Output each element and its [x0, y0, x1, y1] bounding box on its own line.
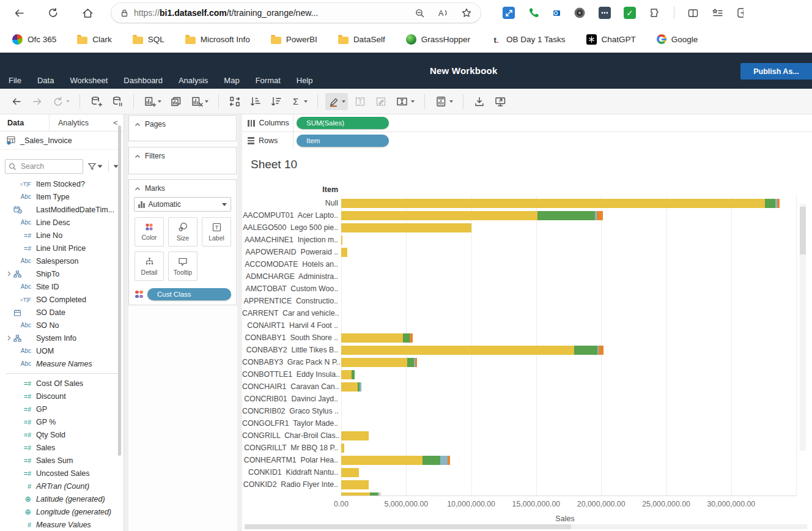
pause-updates-icon[interactable]	[109, 93, 126, 110]
bar-segment-yellow[interactable]	[341, 223, 471, 232]
bar-segment-green[interactable]	[423, 456, 440, 465]
field-cost-of-sales[interactable]: =#Cost Of Sales	[0, 377, 124, 390]
bookmark-ofc-365[interactable]: Ofc 365	[12, 34, 56, 45]
chart-row[interactable]: CONBABY2 Little Tikes B..	[242, 344, 811, 356]
field-latitude-generated-[interactable]: ⊕Latitude (generated)	[0, 492, 124, 505]
refresh-icon[interactable]	[45, 5, 61, 21]
favorite-star-icon[interactable]	[461, 7, 472, 18]
bookmark-ob-day-1-tasks[interactable]: t.OB Day 1 Tasks	[491, 34, 566, 45]
row-label[interactable]: APPRENTICE Constructio..	[242, 297, 338, 305]
bar-segment-green[interactable]	[407, 358, 414, 367]
pill-item[interactable]: Item	[297, 135, 389, 147]
bookmark-chatgpt[interactable]: ChatGPT	[586, 34, 636, 45]
lock-icon[interactable]	[120, 9, 129, 18]
puzzle-icon[interactable]	[649, 7, 661, 19]
mark-button-color[interactable]: Color	[135, 217, 164, 247]
datasource-row[interactable]: _Sales_Invoice	[0, 132, 124, 150]
bar-segment-yellow[interactable]	[341, 248, 347, 257]
field-so-completed[interactable]: =T|FSO Completed	[0, 293, 124, 306]
bar-segment-yellow[interactable]	[341, 370, 352, 379]
row-label[interactable]: CONHEARTM1 Polar Hea..	[242, 456, 338, 464]
chart-row[interactable]: CONKID2 Radio Flyer Inte..	[242, 478, 811, 491]
field-discount[interactable]: =#Discount	[0, 390, 124, 403]
row-label[interactable]: CARRENT Car and vehicle..	[242, 309, 338, 317]
download-icon[interactable]	[471, 93, 488, 110]
field-line-no[interactable]: =#Line No	[0, 229, 124, 242]
menu-file[interactable]: File	[9, 76, 21, 85]
row-label[interactable]: CONBOTTLE1 Eddy Insula..	[242, 370, 338, 379]
chart-row[interactable]: CONKID1 Kiddraft Nantu..	[242, 466, 811, 478]
bookmark-clark[interactable]: Clark	[77, 35, 112, 44]
check-ext-icon[interactable]: ✓	[624, 7, 636, 19]
field-so-date[interactable]: SO Date	[0, 306, 124, 319]
x-axis-title[interactable]: Sales	[528, 514, 602, 523]
chart-row[interactable]: CONGOLFR1 Taylor Made..	[242, 417, 811, 429]
bar-segment-yellow[interactable]	[341, 199, 765, 208]
bar-segment-orange[interactable]	[597, 211, 603, 220]
bar-segment-lightblue[interactable]	[440, 456, 448, 465]
clipped-tab-icon[interactable]	[736, 7, 744, 19]
row-label[interactable]: AACOMPUT01 Acer Lapto..	[242, 211, 338, 220]
row-label[interactable]: CONBABY1 South Shore ..	[242, 333, 338, 342]
split-screen-icon[interactable]	[687, 7, 699, 19]
bar-segment-yellow[interactable]	[341, 382, 358, 392]
new-datasource-icon[interactable]	[87, 93, 105, 110]
bar-segment-yellow[interactable]	[341, 236, 342, 245]
outlook-ext-icon[interactable]	[553, 9, 561, 17]
totals-icon[interactable]: Σ	[289, 93, 310, 110]
field-gp-[interactable]: =#GP %	[0, 415, 124, 428]
mark-button-size[interactable]: Size	[168, 217, 197, 247]
menu-analysis[interactable]: Analysis	[179, 76, 208, 85]
bar-segment-green[interactable]	[574, 346, 597, 355]
collapse-panel-button[interactable]: <	[108, 118, 124, 127]
field-list-scrollbar[interactable]	[118, 125, 121, 456]
field-system-info[interactable]: System Info	[0, 332, 124, 344]
row-label[interactable]: CONCHAIR1 Caravan Can..	[242, 382, 338, 391]
chart-row[interactable]: Null	[242, 197, 811, 209]
menu-data[interactable]: Data	[37, 76, 54, 85]
chart-row[interactable]: CONGRILL Char-Broil Clas..	[242, 429, 811, 442]
show-me-icon[interactable]	[432, 93, 456, 110]
row-label[interactable]: CONCRIB01 Davinci Jayd..	[242, 395, 338, 403]
collapse-chevron-icon[interactable]	[135, 154, 141, 158]
field-sales[interactable]: =#Sales	[0, 441, 124, 454]
scrollbar-thumb[interactable]	[800, 207, 806, 254]
chart-row[interactable]: AACOMPUT01 Acer Lapto..	[242, 209, 811, 221]
row-label[interactable]: CONAIRT1 Harvil 4 Foot ..	[242, 321, 338, 330]
shutter-ext-icon[interactable]	[574, 7, 586, 19]
swap-icon[interactable]	[226, 93, 243, 110]
row-label[interactable]: AAPOWERAID Poweraid ..	[242, 248, 338, 256]
bar-segment-yellow[interactable]	[341, 358, 407, 367]
row-label[interactable]: ACCOMODATE Hotels an..	[242, 260, 338, 269]
bar-segment-green[interactable]	[537, 211, 595, 220]
bar-segment-yellow[interactable]	[341, 468, 359, 477]
url-text[interactable]: https://bi1.dataself.com/t/training_oran…	[134, 8, 318, 18]
chart-row[interactable]: CONCRIB02 Graco Stylus ..	[242, 405, 811, 417]
bar-segment-yellow[interactable]	[341, 431, 369, 440]
bookmark-microsoft-info[interactable]: Microsoft Info	[185, 35, 250, 44]
clear-sheet-icon[interactable]	[188, 93, 211, 110]
address-bar[interactable]: https://bi1.dataself.com/t/training_oran…	[111, 3, 481, 23]
field-shipto[interactable]: ShipTo	[0, 267, 124, 280]
field-so-no[interactable]: AbcSO No	[0, 319, 124, 332]
bar-segment-yellow[interactable]	[341, 480, 369, 489]
bookmark-google[interactable]: Google	[657, 34, 698, 44]
chart-row[interactable]: APPRENTICE Constructio..	[242, 295, 811, 307]
field-salesperson[interactable]: AbcSalesperson	[0, 254, 124, 267]
bar-segment-orange[interactable]	[448, 456, 450, 465]
bar-segment-orange[interactable]	[599, 346, 604, 355]
expand-chevron-icon[interactable]	[7, 335, 13, 341]
tab-analytics[interactable]: Analytics	[49, 114, 108, 131]
row-label[interactable]: AMCTOBAT Custom Woo..	[242, 284, 338, 293]
chart-row[interactable]: AAPOWERAID Poweraid ..	[242, 246, 811, 258]
menu-help[interactable]: Help	[297, 76, 313, 85]
field-gp[interactable]: =#GP	[0, 403, 124, 415]
field-qty-sold[interactable]: =#Qty Sold	[0, 428, 124, 441]
chart-row[interactable]: CARRENT Car and vehicle..	[242, 307, 811, 319]
row-label[interactable]: ADMCHARGE Administra..	[242, 272, 338, 281]
sort-asc-icon[interactable]	[247, 93, 264, 110]
field-lastmodifieddatetim-[interactable]: LastModifiedDateTim...	[0, 203, 124, 216]
rows-shelf[interactable]: Rows Item	[242, 132, 812, 150]
row-label[interactable]: CONGRILLT Mr BBQ 18 P..	[242, 444, 338, 452]
row-label[interactable]: CONKID2 Radio Flyer Inte..	[242, 480, 338, 489]
